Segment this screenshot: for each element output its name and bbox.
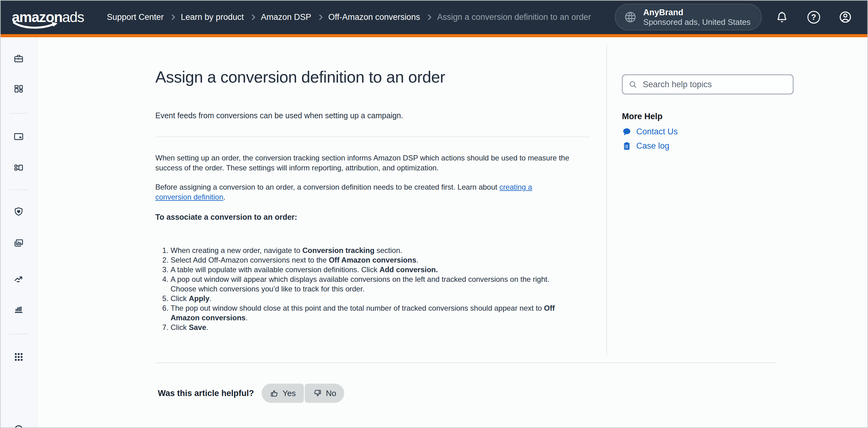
top-navbar: amazonads Support CenterLearn by product… bbox=[0, 0, 868, 34]
help-search[interactable] bbox=[622, 74, 794, 94]
text: A pop out window will appear which displ… bbox=[170, 275, 549, 293]
account-button[interactable] bbox=[838, 10, 852, 24]
text: . bbox=[245, 314, 248, 322]
bell-icon bbox=[775, 10, 789, 24]
text: . bbox=[209, 294, 212, 303]
bold-text: Apply bbox=[189, 294, 210, 303]
text: When setting up an order, the conversion… bbox=[155, 154, 569, 172]
page-title: Assign a conversion definition to an ord… bbox=[155, 67, 594, 87]
sidebar-item-campaigns[interactable] bbox=[13, 54, 24, 64]
article-paragraph: Before assigning a conversion to an orde… bbox=[155, 182, 570, 202]
case-log-link[interactable]: Case log bbox=[622, 141, 794, 151]
step-item: Click Save. bbox=[170, 323, 570, 332]
globe-icon bbox=[623, 10, 637, 24]
content-rail-divider bbox=[607, 45, 607, 355]
step-item: A table will populate with available con… bbox=[170, 265, 570, 274]
contact-us-label: Contact Us bbox=[636, 127, 678, 137]
feedback-no-button[interactable]: No bbox=[305, 384, 344, 403]
thumbs-down-icon bbox=[313, 389, 322, 398]
breadcrumb: Support CenterLearn by productAmazon DSP… bbox=[107, 12, 591, 22]
contact-us-link[interactable]: Contact Us bbox=[622, 127, 794, 137]
more-help-links: Contact Us Case log bbox=[622, 127, 794, 151]
user-circle-icon bbox=[838, 10, 852, 24]
step-item: The pop out window should close at this … bbox=[170, 303, 570, 323]
sidebar-item-assets[interactable] bbox=[13, 162, 24, 173]
shield-heart-icon bbox=[13, 206, 24, 217]
steps-intro: To associate a conversion to an order: bbox=[155, 212, 594, 222]
bar-chart-icon bbox=[13, 304, 24, 315]
footer-divider bbox=[155, 363, 776, 363]
breadcrumb-chevron-icon bbox=[317, 14, 322, 20]
sidebar-divider bbox=[9, 113, 28, 113]
more-help-section: More Help Contact Us Case log bbox=[622, 112, 794, 151]
case-log-label: Case log bbox=[636, 141, 670, 151]
trend-up-icon bbox=[13, 273, 24, 284]
briefcase-icon bbox=[13, 54, 24, 64]
account-brand: AnyBrand bbox=[643, 8, 750, 18]
bold-text: Off Amazon conversions bbox=[329, 256, 416, 264]
feedback-question: Was this article helpful? bbox=[158, 389, 254, 398]
feedback-yes-label: Yes bbox=[283, 389, 296, 398]
sidebar-item-creative[interactable] bbox=[13, 238, 24, 248]
step-item: Select Add Off-Amazon conversions next t… bbox=[170, 255, 570, 265]
navbar-right: AnyBrand Sponsored ads, United States bbox=[615, 4, 852, 30]
feedback-buttons: Yes No bbox=[261, 384, 344, 403]
feedback-yes-button[interactable]: Yes bbox=[261, 384, 304, 403]
feedback-section: Was this article helpful? Yes No bbox=[158, 384, 344, 403]
dashboard-icon bbox=[13, 84, 24, 94]
article: Assign a conversion definition to an ord… bbox=[155, 37, 594, 332]
credit-card-icon bbox=[13, 131, 24, 142]
step-item: Click Apply. bbox=[170, 294, 570, 303]
text: Click bbox=[170, 294, 189, 303]
text: Select Add Off-Amazon conversions next t… bbox=[170, 256, 329, 264]
breadcrumb-item: Assign a conversion definition to an ord… bbox=[437, 12, 591, 22]
apps-grid-icon bbox=[13, 352, 24, 362]
case-log-icon bbox=[622, 141, 631, 151]
sidebar-divider bbox=[9, 189, 28, 190]
text: When creating a new order, navigate to bbox=[170, 246, 302, 255]
steps-list: When creating a new order, navigate to C… bbox=[155, 245, 570, 332]
breadcrumb-item[interactable]: Support Center bbox=[107, 12, 164, 22]
notifications-button[interactable] bbox=[775, 10, 789, 24]
article-paragraph: When setting up an order, the conversion… bbox=[155, 153, 570, 173]
sidebar-item-apps[interactable] bbox=[13, 352, 24, 362]
sidebar-divider bbox=[9, 334, 28, 334]
feedback-no-label: No bbox=[326, 389, 336, 398]
text: . bbox=[206, 323, 209, 331]
breadcrumb-item[interactable]: Learn by product bbox=[181, 12, 244, 22]
step-item: When creating a new order, navigate to C… bbox=[170, 245, 570, 255]
breadcrumb-item[interactable]: Amazon DSP bbox=[261, 12, 311, 22]
more-help-title: More Help bbox=[622, 112, 794, 121]
account-switcher[interactable]: AnyBrand Sponsored ads, United States bbox=[615, 4, 762, 30]
article-summary: Event feeds from conversions can be used… bbox=[155, 110, 594, 121]
bold-text: Add conversion. bbox=[379, 265, 438, 274]
left-nav-rail bbox=[0, 37, 37, 428]
breadcrumb-chevron-icon bbox=[249, 14, 255, 20]
question-circle-icon bbox=[807, 11, 820, 24]
text: The pop out window should close at this … bbox=[170, 304, 544, 312]
amazon-smile-icon bbox=[12, 22, 59, 29]
sidebar-item-account[interactable] bbox=[13, 424, 24, 428]
search-input[interactable] bbox=[642, 79, 787, 90]
breadcrumb-chevron-icon bbox=[169, 14, 175, 20]
logo-ads-text: ads bbox=[62, 9, 84, 25]
partial-avatar-icon bbox=[13, 424, 24, 428]
text: Click bbox=[170, 323, 189, 331]
breadcrumb-chevron-icon bbox=[426, 14, 431, 20]
sidebar-item-dashboard[interactable] bbox=[13, 84, 24, 94]
help-button[interactable] bbox=[806, 10, 821, 24]
step-item: A pop out window will appear which displ… bbox=[170, 274, 570, 294]
sidebar-item-reports[interactable] bbox=[13, 304, 24, 315]
chat-bubble-icon bbox=[622, 127, 631, 137]
sidebar-item-brand-safety[interactable] bbox=[13, 206, 24, 217]
bold-text: Save bbox=[189, 323, 206, 331]
text: A table will populate with available con… bbox=[170, 265, 379, 274]
accent-bar bbox=[0, 34, 868, 37]
bold-text: Conversion tracking bbox=[302, 246, 374, 255]
help-rail: More Help Contact Us Case log bbox=[622, 74, 794, 151]
text: Before assigning a conversion to an orde… bbox=[155, 183, 499, 191]
breadcrumb-item[interactable]: Off-Amazon conversions bbox=[329, 12, 420, 22]
amazon-ads-logo[interactable]: amazonads bbox=[12, 10, 84, 24]
sidebar-item-billing[interactable] bbox=[13, 131, 24, 142]
sidebar-item-insights[interactable] bbox=[13, 273, 24, 284]
